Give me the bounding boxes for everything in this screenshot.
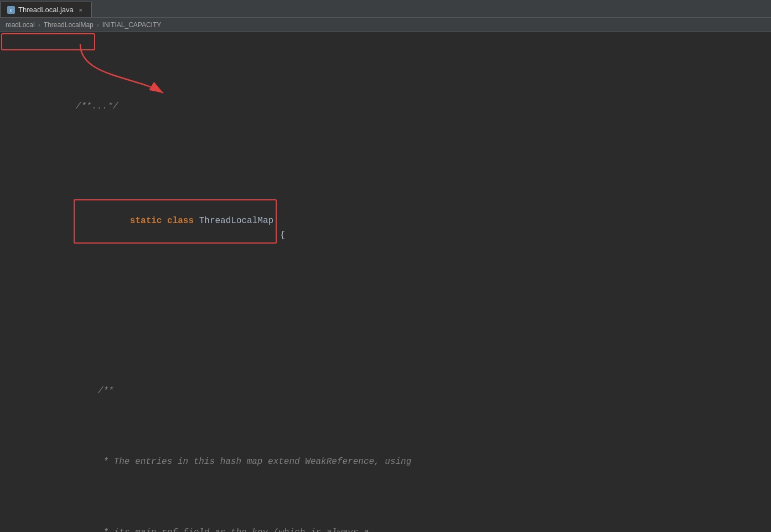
code-line-doc-collapsed: /**...*/	[33, 86, 760, 128]
code-line-class-decl: static class ThreadLocalMap {	[33, 186, 760, 257]
comment-collapsed: /**...*/	[76, 101, 118, 111]
class-decl-highlight: static class ThreadLocalMap	[74, 199, 277, 244]
breadcrumb-sep-1: ›	[38, 21, 40, 29]
tab-filename: ThreadLocal.java	[18, 6, 74, 14]
breadcrumb-item-3[interactable]: INITIAL_CAPACITY	[102, 21, 161, 29]
open-brace: {	[275, 230, 285, 240]
code-editor[interactable]: /**...*/ static class ThreadLocalMap { /…	[33, 43, 760, 532]
comment-text-1: * The entries in this hash map extend We…	[98, 457, 412, 467]
blank-line-1	[33, 299, 760, 314]
breadcrumb-item-1[interactable]: readLocal	[6, 21, 35, 29]
breadcrumb-sep-2: ›	[97, 21, 99, 29]
comment-text-2: * its main ref field as the key (which i…	[98, 528, 369, 532]
kw-class: class	[167, 216, 194, 226]
class-name-threadlocalmap: ThreadLocalMap	[199, 216, 273, 226]
tab-close-button[interactable]: ×	[77, 6, 85, 14]
editor-area: /**...*/ static class ThreadLocalMap { /…	[0, 32, 771, 532]
tab-threadlocal[interactable]: c ThreadLocal.java ×	[0, 2, 92, 17]
comment-line-open: /**	[98, 386, 114, 396]
javadoc-line-1: * The entries in this hash map extend We…	[55, 441, 760, 484]
breadcrumb: readLocal › ThreadLocalMap › INITIAL_CAP…	[0, 18, 771, 32]
java-file-icon: c	[7, 6, 15, 14]
kw-static: static	[130, 216, 162, 226]
javadoc-line-2: * its main ref field as the key (which i…	[55, 512, 760, 532]
tab-bar: c ThreadLocal.java ×	[0, 0, 771, 18]
javadoc-open: /**	[55, 370, 760, 413]
ide-window: c ThreadLocal.java × readLocal › ThreadL…	[0, 0, 771, 532]
breadcrumb-item-2[interactable]: ThreadLocalMap	[44, 21, 94, 29]
